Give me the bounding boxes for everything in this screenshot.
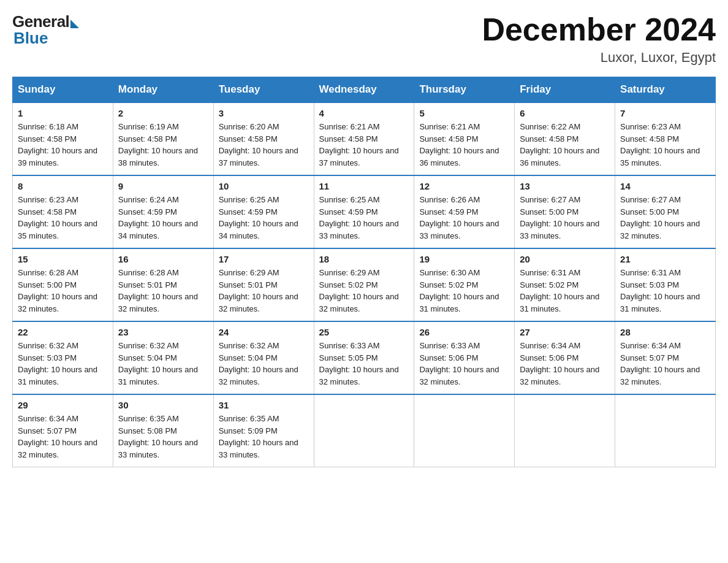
weekday-header-row: SundayMondayTuesdayWednesdayThursdayFrid… [13,77,716,103]
calendar-cell: 23Sunrise: 6:32 AMSunset: 5:04 PMDayligh… [113,321,213,394]
calendar-cell [414,394,515,467]
weekday-header-friday: Friday [515,77,615,103]
day-number: 7 [620,108,710,118]
calendar-cell: 4Sunrise: 6:21 AMSunset: 4:58 PMDaylight… [314,102,414,175]
day-number: 6 [520,108,610,118]
day-number: 1 [18,108,108,118]
calendar-cell: 15Sunrise: 6:28 AMSunset: 5:00 PMDayligh… [13,248,113,321]
calendar-cell [615,394,716,467]
calendar-cell: 11Sunrise: 6:25 AMSunset: 4:59 PMDayligh… [314,175,414,248]
day-info: Sunrise: 6:28 AMSunset: 5:01 PMDaylight:… [118,267,208,315]
day-info: Sunrise: 6:30 AMSunset: 5:02 PMDaylight:… [419,267,509,315]
day-info: Sunrise: 6:34 AMSunset: 5:06 PMDaylight:… [520,340,610,388]
calendar-cell: 16Sunrise: 6:28 AMSunset: 5:01 PMDayligh… [113,248,213,321]
day-info: Sunrise: 6:18 AMSunset: 4:58 PMDaylight:… [18,121,108,169]
calendar-cell [515,394,615,467]
calendar-cell: 20Sunrise: 6:31 AMSunset: 5:02 PMDayligh… [515,248,615,321]
calendar-cell: 17Sunrise: 6:29 AMSunset: 5:01 PMDayligh… [213,248,314,321]
day-info: Sunrise: 6:35 AMSunset: 5:09 PMDaylight:… [219,413,309,461]
day-info: Sunrise: 6:24 AMSunset: 4:59 PMDaylight:… [118,194,208,242]
calendar-week-row: 22Sunrise: 6:32 AMSunset: 5:03 PMDayligh… [13,321,716,394]
day-number: 13 [520,181,610,191]
day-info: Sunrise: 6:27 AMSunset: 5:00 PMDaylight:… [520,194,610,242]
calendar-table: SundayMondayTuesdayWednesdayThursdayFrid… [12,77,716,467]
page-header: General Blue December 2024 Luxor, Luxor,… [12,12,716,66]
weekday-header-tuesday: Tuesday [213,77,314,103]
calendar-week-row: 29Sunrise: 6:34 AMSunset: 5:07 PMDayligh… [13,394,716,467]
calendar-cell: 24Sunrise: 6:32 AMSunset: 5:04 PMDayligh… [213,321,314,394]
month-title: December 2024 [482,12,716,47]
calendar-cell: 30Sunrise: 6:35 AMSunset: 5:08 PMDayligh… [113,394,213,467]
weekday-header-monday: Monday [113,77,213,103]
weekday-header-thursday: Thursday [414,77,515,103]
calendar-cell: 9Sunrise: 6:24 AMSunset: 4:59 PMDaylight… [113,175,213,248]
day-number: 17 [219,254,309,264]
calendar-cell: 22Sunrise: 6:32 AMSunset: 5:03 PMDayligh… [13,321,113,394]
calendar-cell: 5Sunrise: 6:21 AMSunset: 4:58 PMDaylight… [414,102,515,175]
title-block: December 2024 Luxor, Luxor, Egypt [482,12,716,66]
day-info: Sunrise: 6:32 AMSunset: 5:04 PMDaylight:… [219,340,309,388]
calendar-cell: 21Sunrise: 6:31 AMSunset: 5:03 PMDayligh… [615,248,716,321]
day-info: Sunrise: 6:26 AMSunset: 4:59 PMDaylight:… [419,194,509,242]
weekday-header-saturday: Saturday [615,77,716,103]
location-text: Luxor, Luxor, Egypt [482,50,716,66]
day-info: Sunrise: 6:19 AMSunset: 4:58 PMDaylight:… [118,121,208,169]
calendar-cell: 25Sunrise: 6:33 AMSunset: 5:05 PMDayligh… [314,321,414,394]
day-number: 12 [419,181,509,191]
day-info: Sunrise: 6:22 AMSunset: 4:58 PMDaylight:… [520,121,610,169]
day-number: 19 [419,254,509,264]
day-number: 31 [219,400,309,410]
calendar-cell: 3Sunrise: 6:20 AMSunset: 4:58 PMDaylight… [213,102,314,175]
day-number: 20 [520,254,610,264]
day-number: 26 [419,327,509,337]
day-number: 24 [219,327,309,337]
calendar-week-row: 1Sunrise: 6:18 AMSunset: 4:58 PMDaylight… [13,102,716,175]
day-number: 10 [219,181,309,191]
calendar-cell: 13Sunrise: 6:27 AMSunset: 5:00 PMDayligh… [515,175,615,248]
day-info: Sunrise: 6:34 AMSunset: 5:07 PMDaylight:… [18,413,108,461]
day-info: Sunrise: 6:32 AMSunset: 5:04 PMDaylight:… [118,340,208,388]
calendar-cell: 12Sunrise: 6:26 AMSunset: 4:59 PMDayligh… [414,175,515,248]
day-number: 8 [18,181,108,191]
day-number: 23 [118,327,208,337]
day-info: Sunrise: 6:29 AMSunset: 5:02 PMDaylight:… [319,267,409,315]
day-info: Sunrise: 6:23 AMSunset: 4:58 PMDaylight:… [620,121,710,169]
weekday-header-sunday: Sunday [13,77,113,103]
calendar-cell: 19Sunrise: 6:30 AMSunset: 5:02 PMDayligh… [414,248,515,321]
day-number: 16 [118,254,208,264]
day-number: 18 [319,254,409,264]
day-info: Sunrise: 6:21 AMSunset: 4:58 PMDaylight:… [319,121,409,169]
day-number: 15 [18,254,108,264]
day-number: 5 [419,108,509,118]
day-info: Sunrise: 6:34 AMSunset: 5:07 PMDaylight:… [620,340,710,388]
calendar-week-row: 8Sunrise: 6:23 AMSunset: 4:58 PMDaylight… [13,175,716,248]
logo: General Blue [12,12,79,48]
calendar-cell: 14Sunrise: 6:27 AMSunset: 5:00 PMDayligh… [615,175,716,248]
day-number: 9 [118,181,208,191]
day-number: 29 [18,400,108,410]
calendar-cell: 7Sunrise: 6:23 AMSunset: 4:58 PMDaylight… [615,102,716,175]
day-number: 4 [319,108,409,118]
day-info: Sunrise: 6:31 AMSunset: 5:03 PMDaylight:… [620,267,710,315]
calendar-cell: 29Sunrise: 6:34 AMSunset: 5:07 PMDayligh… [13,394,113,467]
day-info: Sunrise: 6:25 AMSunset: 4:59 PMDaylight:… [319,194,409,242]
calendar-cell [314,394,414,467]
day-info: Sunrise: 6:32 AMSunset: 5:03 PMDaylight:… [18,340,108,388]
calendar-cell: 8Sunrise: 6:23 AMSunset: 4:58 PMDaylight… [13,175,113,248]
weekday-header-wednesday: Wednesday [314,77,414,103]
calendar-cell: 28Sunrise: 6:34 AMSunset: 5:07 PMDayligh… [615,321,716,394]
calendar-cell: 2Sunrise: 6:19 AMSunset: 4:58 PMDaylight… [113,102,213,175]
calendar-week-row: 15Sunrise: 6:28 AMSunset: 5:00 PMDayligh… [13,248,716,321]
day-info: Sunrise: 6:31 AMSunset: 5:02 PMDaylight:… [520,267,610,315]
day-info: Sunrise: 6:21 AMSunset: 4:58 PMDaylight:… [419,121,509,169]
day-number: 27 [520,327,610,337]
calendar-cell: 27Sunrise: 6:34 AMSunset: 5:06 PMDayligh… [515,321,615,394]
calendar-cell: 18Sunrise: 6:29 AMSunset: 5:02 PMDayligh… [314,248,414,321]
day-number: 3 [219,108,309,118]
day-info: Sunrise: 6:23 AMSunset: 4:58 PMDaylight:… [18,194,108,242]
day-info: Sunrise: 6:25 AMSunset: 4:59 PMDaylight:… [219,194,309,242]
day-number: 25 [319,327,409,337]
day-number: 22 [18,327,108,337]
day-number: 14 [620,181,710,191]
day-number: 11 [319,181,409,191]
